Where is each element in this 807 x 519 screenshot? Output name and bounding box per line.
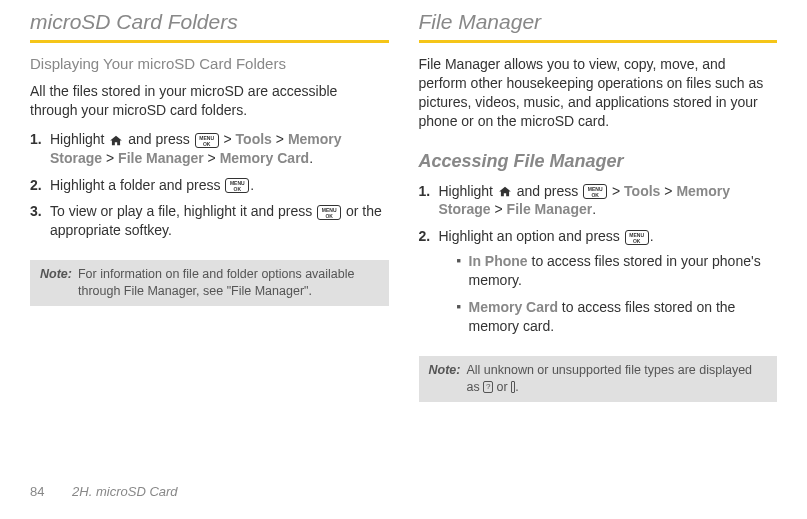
intro-text: All the files stored in your microSD are…	[30, 82, 389, 120]
menu-path-tools: Tools	[624, 183, 660, 199]
left-column: microSD Card Folders Displaying Your mic…	[30, 10, 389, 484]
page-footer: 84 2H. microSD Card	[30, 484, 777, 499]
step-text: >	[106, 150, 118, 166]
menu-ok-icon: MENUOK	[625, 230, 649, 245]
step-text: >	[208, 150, 220, 166]
step-3: 3. To view or play a file, highlight it …	[46, 202, 389, 240]
section-title-microsd: microSD Card Folders	[30, 10, 389, 34]
right-column: File Manager File Manager allows you to …	[419, 10, 778, 484]
section-title-file-manager: File Manager	[419, 10, 778, 34]
menu-ok-icon: MENUOK	[195, 133, 219, 148]
note-label: Note:	[429, 362, 467, 396]
step-text: Highlight	[439, 183, 497, 199]
subheading-accessing: Accessing File Manager	[419, 151, 778, 172]
menu-ok-icon: MENUOK	[317, 205, 341, 220]
menu-path-tools: Tools	[236, 131, 272, 147]
unknown-file-icon: ?	[483, 381, 493, 393]
option-label: In Phone	[469, 253, 528, 269]
divider-rule	[419, 40, 778, 43]
step-1: 1. Highlight and press MENUOK > Tools > …	[435, 182, 778, 220]
footer-section: 2H. microSD Card	[72, 484, 177, 499]
step-1: 1. Highlight and press MENUOK > Tools > …	[46, 130, 389, 168]
intro-text: File Manager allows you to view, copy, m…	[419, 55, 778, 131]
step-text: .	[250, 177, 254, 193]
step-text: Highlight	[50, 131, 108, 147]
option-in-phone: In Phone to access files stored in your …	[457, 252, 778, 290]
step-text: .	[592, 201, 596, 217]
menu-path-file-manager: File Manager	[118, 150, 204, 166]
menu-ok-icon: MENUOK	[225, 178, 249, 193]
step-text: >	[224, 131, 236, 147]
step-text: >	[664, 183, 676, 199]
step-text: .	[650, 228, 654, 244]
page-number: 84	[30, 484, 44, 499]
step-text: Highlight an option and press	[439, 228, 624, 244]
sub-options-list: In Phone to access files stored in your …	[439, 252, 778, 336]
divider-rule	[30, 40, 389, 43]
option-label: Memory Card	[469, 299, 558, 315]
step-text: Highlight a folder and press	[50, 177, 224, 193]
option-memory-card: Memory Card to access files stored on th…	[457, 298, 778, 336]
home-icon	[498, 185, 512, 198]
step-2: 2. Highlight a folder and press MENUOK.	[46, 176, 389, 195]
note-box: Note: All unknown or unsupported file ty…	[419, 356, 778, 402]
step-text: .	[309, 150, 313, 166]
step-text: and press	[128, 131, 193, 147]
step-2: 2. Highlight an option and press MENUOK.…	[435, 227, 778, 335]
step-text: and press	[517, 183, 582, 199]
step-text: To view or play a file, highlight it and…	[50, 203, 316, 219]
unsupported-file-icon	[511, 381, 515, 393]
note-box: Note: For information on file and folder…	[30, 260, 389, 306]
steps-list-right: 1. Highlight and press MENUOK > Tools > …	[419, 182, 778, 344]
step-text: >	[612, 183, 624, 199]
note-text: All unknown or unsupported file types ar…	[466, 362, 767, 396]
step-text: >	[495, 201, 507, 217]
steps-list-left: 1. Highlight and press MENUOK > Tools > …	[30, 130, 389, 248]
home-icon	[109, 134, 123, 147]
menu-path-memory-card: Memory Card	[220, 150, 309, 166]
menu-ok-icon: MENUOK	[583, 184, 607, 199]
note-label: Note:	[40, 266, 78, 300]
subheading-display-folders: Displaying Your microSD Card Folders	[30, 55, 389, 72]
step-text: >	[276, 131, 288, 147]
menu-path-file-manager: File Manager	[507, 201, 593, 217]
note-text: For information on file and folder optio…	[78, 266, 379, 300]
